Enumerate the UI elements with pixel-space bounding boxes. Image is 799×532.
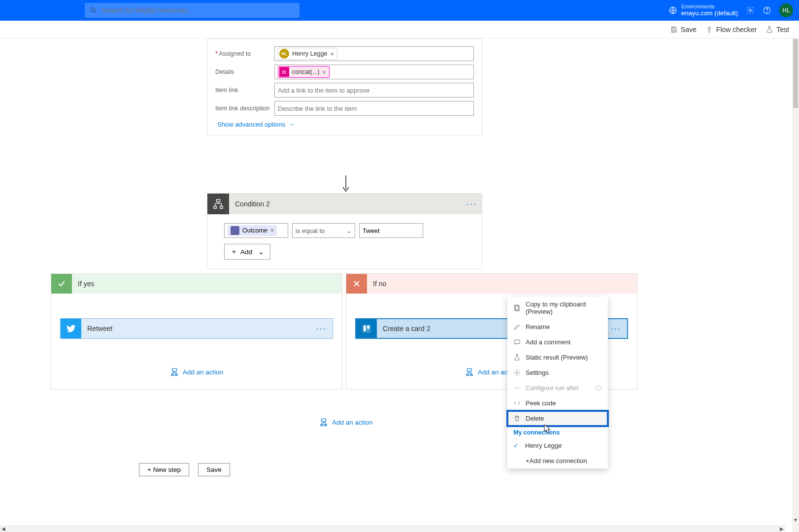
details-token[interactable]: fx concat(...) ×	[278, 66, 330, 78]
outcome-icon	[231, 226, 239, 235]
scroll-down-icon[interactable]: ▼	[792, 516, 799, 523]
condition-right-operand[interactable]: Tweet	[359, 223, 423, 238]
add-action-yes[interactable]: Add an action	[60, 367, 333, 376]
retweet-action-card[interactable]: Retweet ···	[60, 318, 333, 339]
if-yes-header[interactable]: If yes	[51, 274, 342, 294]
item-link-desc-field[interactable]	[278, 105, 470, 112]
ctx-copy-clipboard[interactable]: Copy to my clipboard (Preview)	[507, 297, 608, 319]
ctx-settings[interactable]: Settings	[507, 365, 608, 380]
add-action-outer[interactable]: Add an action	[319, 418, 373, 427]
show-advanced-options[interactable]: Show advanced options	[217, 121, 474, 128]
bottom-buttons: + New step Save	[139, 463, 230, 476]
token-remove-icon[interactable]: ×	[270, 227, 274, 234]
scrollbar-thumb[interactable]	[793, 39, 798, 108]
ctx-runafter-label: Configure run after	[526, 384, 579, 392]
condition-title: Condition 2	[235, 200, 270, 208]
ctx-copy-label: Copy to my clipboard (Preview)	[526, 300, 602, 315]
svg-rect-10	[220, 206, 223, 209]
settings-icon[interactable]	[746, 6, 755, 15]
environment-label: Environments	[681, 3, 738, 10]
condition-menu-icon[interactable]: ···	[466, 199, 477, 209]
condition-icon	[207, 194, 229, 214]
ctx-rename[interactable]: Rename	[507, 319, 608, 334]
token-name: Henry Legge	[292, 50, 328, 57]
svg-rect-25	[514, 340, 520, 344]
svg-line-1	[95, 11, 96, 13]
item-link-field[interactable]	[278, 87, 470, 94]
ctx-add-comment[interactable]: Add a comment	[507, 334, 608, 350]
ctx-static-result[interactable]: Static result (Preview)	[507, 350, 608, 365]
scroll-right-icon[interactable]: ▶	[778, 525, 785, 532]
svg-point-6	[708, 27, 710, 29]
assigned-to-token[interactable]: HL Henry Legge ×	[278, 48, 337, 60]
assigned-to-input[interactable]: HL Henry Legge ×	[274, 46, 474, 61]
ctx-peek-label: Peek code	[526, 399, 556, 407]
ctx-rename-label: Rename	[526, 323, 550, 331]
ctx-peek-code[interactable]: Peek code	[507, 396, 608, 411]
ctx-add-new-connection[interactable]: +Add new connection	[507, 453, 608, 468]
vertical-scrollbar[interactable]: ▲ ▼	[792, 38, 799, 532]
item-link-desc-input[interactable]	[274, 101, 474, 116]
save-button[interactable]: Save	[670, 26, 697, 33]
scroll-left-icon[interactable]: ◀	[0, 525, 7, 532]
svg-rect-17	[467, 368, 471, 371]
svg-rect-9	[214, 206, 217, 209]
details-label: Details	[215, 68, 274, 75]
test-button[interactable]: Test	[766, 26, 789, 33]
chevron-down-icon: ⌄	[258, 248, 264, 256]
connector-arrow	[342, 175, 350, 192]
chevron-down-icon	[289, 122, 295, 128]
pencil-icon	[513, 323, 521, 331]
fx-icon: fx	[279, 67, 289, 77]
condition-left-operand[interactable]: Outcome ×	[224, 223, 288, 238]
test-icon	[766, 26, 773, 33]
details-token-text: concat(...)	[292, 68, 320, 75]
flow-checker-button[interactable]: Flow checker	[705, 26, 757, 33]
add-action-icon	[465, 367, 474, 376]
condition-value: Tweet	[363, 227, 380, 234]
runafter-icon	[513, 384, 521, 392]
action-menu,[interactable]: ···	[316, 324, 327, 334]
approval-action-card[interactable]: Assigned to HL Henry Legge × Details fx …	[207, 38, 482, 135]
flow-checker-label: Flow checker	[716, 26, 757, 33]
details-input[interactable]: fx concat(...) ×	[274, 65, 474, 79]
new-step-button[interactable]: + New step	[139, 463, 189, 476]
ctx-connection-item[interactable]: ✓ Henry Legge	[507, 438, 608, 453]
help-icon[interactable]	[763, 6, 771, 15]
token-remove-icon[interactable]: ×	[331, 50, 334, 58]
svg-point-26	[516, 372, 518, 374]
condition-header[interactable]: Condition 2 ···	[207, 194, 482, 214]
environment-picker[interactable]: Environments enayu.com (default)	[668, 3, 738, 17]
save-bottom-button[interactable]: Save	[198, 463, 230, 476]
environment-icon	[668, 6, 677, 15]
condition-operator-select[interactable]: is equal to ⌄	[292, 223, 355, 238]
search-input[interactable]	[101, 6, 295, 14]
search-box[interactable]	[85, 3, 300, 18]
show-advanced-label: Show advanced options	[217, 121, 285, 128]
user-avatar[interactable]: HL	[779, 3, 793, 17]
svg-point-3	[749, 9, 752, 12]
twitter-icon	[61, 319, 81, 338]
add-condition-button[interactable]: ＋ Add ⌄	[224, 244, 270, 260]
action-menu-icon[interactable]: ···	[611, 324, 621, 334]
svg-rect-8	[216, 200, 220, 202]
ctx-delete[interactable]: Delete	[507, 411, 608, 426]
svg-point-27	[515, 387, 516, 389]
token-remove-icon[interactable]: ×	[323, 68, 327, 76]
if-no-header[interactable]: If no	[346, 274, 637, 294]
search-icon	[90, 6, 98, 14]
flow-canvas: Assigned to HL Henry Legge × Details fx …	[0, 38, 792, 532]
ctx-connection-label: Henry Legge	[525, 442, 562, 449]
check-icon: ✓	[513, 442, 520, 449]
svg-rect-20	[322, 419, 326, 421]
save-label: Save	[681, 26, 697, 33]
condition-card[interactable]: Condition 2 ··· Outcome × is equal to ⌄ …	[207, 193, 482, 269]
svg-point-0	[91, 8, 95, 12]
outcome-token[interactable]: Outcome ×	[228, 225, 277, 236]
test-label: Test	[776, 26, 789, 33]
svg-point-31	[598, 386, 599, 387]
item-link-input[interactable]	[274, 83, 474, 98]
horizontal-scrollbar[interactable]: ◀ ▶	[0, 525, 785, 532]
cross-icon	[346, 274, 367, 294]
clipboard-icon	[513, 304, 521, 312]
